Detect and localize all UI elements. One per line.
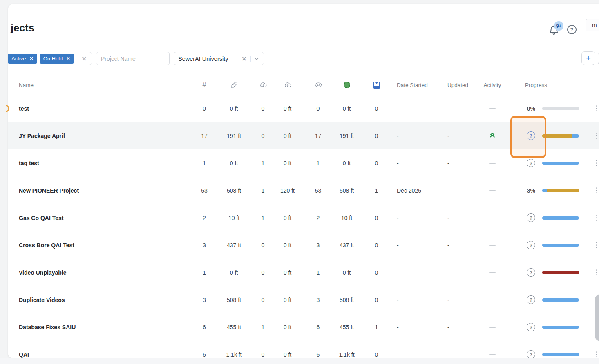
row-actions-cell[interactable]: [579, 269, 599, 275]
col-header-activity[interactable]: Activity: [478, 82, 507, 88]
question-icon: ?: [570, 27, 574, 33]
certified-count-cell: 0: [362, 133, 391, 139]
activity-cell: [478, 300, 507, 300]
account-menu-button[interactable]: m: [586, 19, 599, 31]
col-header-updated[interactable]: Updated: [443, 82, 478, 88]
project-name-link[interactable]: Gas Co QAI Test: [8, 215, 196, 221]
reviewed-count-cell: 53: [304, 187, 332, 194]
project-name-link[interactable]: QAI: [8, 351, 196, 358]
filter-bar: Active ✕ On Hold ✕ ✕ SewerAI University …: [8, 49, 599, 69]
reviewed-count-cell: 6: [304, 351, 332, 358]
table-row[interactable]: Video Unplayable 1 0 ft 0 0 ft 1 0 ft 0 …: [8, 259, 599, 286]
drag-handle-icon[interactable]: [596, 105, 599, 111]
project-name-input[interactable]: [96, 52, 170, 65]
progress-help-icon[interactable]: ?: [527, 131, 535, 140]
col-header-name[interactable]: Name: [8, 82, 196, 88]
progress-help-icon[interactable]: ?: [527, 350, 535, 358]
drag-handle-icon[interactable]: [596, 133, 599, 139]
drag-handle-icon[interactable]: [596, 351, 599, 357]
row-actions-cell[interactable]: [579, 215, 599, 221]
clear-organization-icon[interactable]: ✕: [241, 55, 246, 62]
remove-chip-icon[interactable]: ✕: [29, 56, 33, 61]
cloud-download-icon[interactable]: [255, 81, 270, 89]
col-header-progress[interactable]: Progress: [507, 82, 579, 88]
help-button[interactable]: ?: [567, 25, 577, 34]
progress-percent: 0%: [527, 105, 535, 112]
progress-label-cell: ?: [507, 350, 537, 358]
project-name-link[interactable]: Video Unplayable: [8, 269, 196, 276]
project-name-link[interactable]: Database Fixes SAIU: [8, 324, 196, 331]
upload-count-cell: 0: [255, 242, 270, 249]
project-name-link[interactable]: tag test: [8, 160, 196, 166]
progress-help-icon[interactable]: ?: [527, 241, 535, 249]
reviewed-count-cell: 3: [304, 297, 332, 303]
progress-label-cell: ?: [507, 159, 537, 167]
progress-help-icon[interactable]: ?: [527, 268, 535, 277]
video-count-cell: 3: [196, 297, 212, 303]
updated-cell: -: [443, 242, 478, 249]
activity-none-dash: [489, 108, 496, 109]
cloud-download-icon[interactable]: [270, 81, 304, 89]
chevron-down-icon[interactable]: [254, 56, 259, 62]
table-row[interactable]: QAI 6 1.1k ft 0 0 ft 6 1.1k ft 0 - - ?: [8, 341, 599, 358]
upload-length-cell: 0 ft: [270, 351, 304, 358]
status-filter[interactable]: Active ✕ On Hold ✕ ✕: [8, 52, 92, 65]
certificate-icon[interactable]: [362, 82, 391, 89]
updated-cell: -: [443, 269, 478, 276]
table-row[interactable]: JY Package April 17 191 ft 0 0 ft 17 191…: [8, 122, 599, 149]
row-actions-cell[interactable]: [579, 160, 599, 166]
status-chip-onhold[interactable]: On Hold ✕: [40, 54, 74, 64]
progress-help-icon[interactable]: ?: [527, 159, 535, 167]
double-chevron-up-icon: [489, 132, 496, 140]
drag-handle-icon[interactable]: [596, 160, 599, 166]
table-row[interactable]: New PIONEER Project 53 508 ft 1 120 ft 5…: [8, 177, 599, 204]
progress-help-icon[interactable]: ?: [527, 213, 535, 222]
eye-icon[interactable]: [304, 81, 332, 89]
organization-select[interactable]: SewerAI University ✕ |: [174, 52, 264, 65]
table-row[interactable]: tag test 1 0 ft 1 0 ft 1 0 ft 0 - - ?: [8, 149, 599, 177]
project-name-link[interactable]: JY Package April: [8, 133, 196, 139]
updated-cell: -: [443, 160, 478, 166]
updated-cell: -: [443, 297, 478, 303]
clear-status-filter-icon[interactable]: ✕: [81, 55, 87, 62]
row-actions-cell[interactable]: [579, 242, 599, 248]
drag-handle-icon[interactable]: [596, 215, 599, 221]
table-row[interactable]: Duplicate Videos 3 508 ft 0 0 ft 3 508 f…: [8, 286, 599, 313]
row-actions-cell[interactable]: [579, 133, 599, 139]
activity-none-dash: [489, 190, 496, 191]
date-started-cell: Dec 2025: [391, 187, 443, 194]
vertical-scrollbar-thumb[interactable]: [595, 294, 599, 341]
certified-count-cell: 0: [362, 215, 391, 221]
project-name-link[interactable]: test: [8, 105, 196, 112]
project-name-link[interactable]: Cross Bore QAI Test: [8, 242, 196, 249]
ruler-icon[interactable]: [212, 81, 255, 89]
row-actions-cell[interactable]: [579, 187, 599, 193]
progress-help-icon[interactable]: ?: [527, 323, 535, 331]
upload-length-cell: 0 ft: [270, 242, 304, 249]
status-circle-green-icon[interactable]: [332, 82, 362, 88]
progress-help-icon[interactable]: ?: [527, 295, 535, 304]
video-count-cell: 53: [196, 187, 212, 194]
page-background-footer: [0, 358, 599, 364]
project-name-link[interactable]: New PIONEER Project: [8, 187, 196, 194]
remove-chip-icon[interactable]: ✕: [66, 56, 70, 61]
drag-handle-icon[interactable]: [596, 269, 599, 275]
drag-handle-icon[interactable]: [596, 242, 599, 248]
col-header-date-started[interactable]: Date Started: [391, 82, 443, 88]
notifications-button[interactable]: 9+: [548, 23, 561, 37]
row-actions-cell[interactable]: [579, 105, 599, 111]
table-row[interactable]: Cross Bore QAI Test 3 437 ft 0 0 ft 3 43…: [8, 231, 599, 259]
table-row[interactable]: Database Fixes SAIU 6 455 ft 1 0 ft 6 45…: [8, 313, 599, 341]
reviewed-length-cell: 1.1k ft: [332, 351, 362, 358]
status-chip-active[interactable]: Active ✕: [8, 54, 37, 64]
activity-cell: [478, 354, 507, 355]
project-name-link[interactable]: Duplicate Videos: [8, 297, 196, 303]
table-row[interactable]: test 0 0 ft 0 0 ft 0 0 ft 0 - - 0% ?: [8, 95, 599, 122]
drag-handle-icon[interactable]: [596, 187, 599, 193]
activity-none-dash: [489, 354, 496, 355]
row-actions-cell[interactable]: [579, 351, 599, 357]
table-row[interactable]: Gas Co QAI Test 2 10 ft 1 0 ft 2 10 ft 0…: [8, 204, 599, 231]
date-started-cell: -: [391, 351, 443, 358]
col-header-count-icon[interactable]: #: [196, 81, 212, 89]
add-project-button[interactable]: +: [581, 51, 595, 65]
